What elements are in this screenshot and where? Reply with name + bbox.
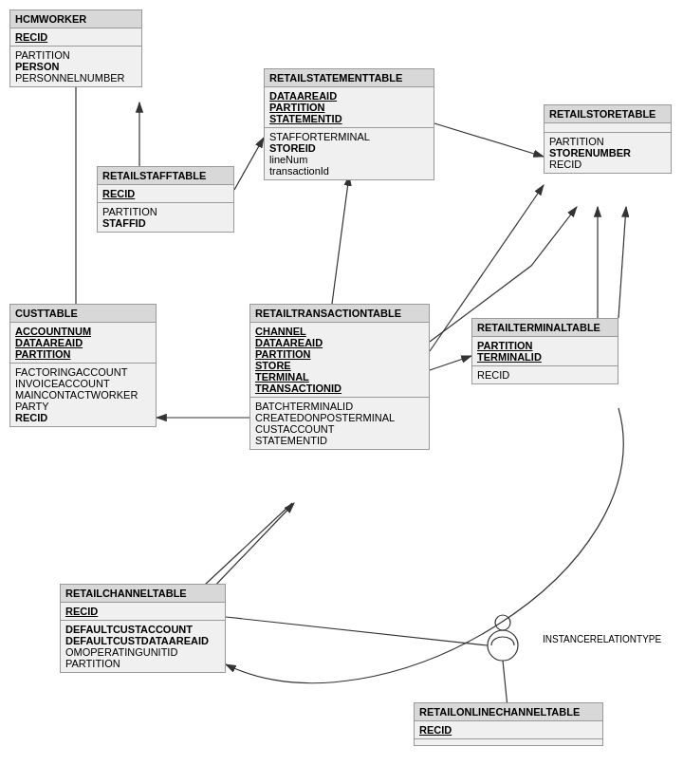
retailstatementtable-linenum: lineNum — [269, 154, 429, 165]
retailstafftable-title: RETAILSTAFFTABLE — [98, 167, 233, 185]
retailtransactiontable-fields: BATCHTERMINALID CREATEDONPOSTERMINAL CUS… — [250, 398, 429, 449]
hcmworker-partition: PARTITION — [15, 49, 137, 61]
retailstatementtable-transactionid: transactionId — [269, 165, 429, 177]
svg-line-4 — [434, 123, 544, 157]
retailtransactiontable-partition: PARTITION — [255, 348, 424, 360]
retailstafftable-partition: PARTITION — [102, 206, 229, 217]
retailterminaltable-fields: RECID — [472, 366, 618, 383]
hcmworker-title: HCMWORKER — [10, 10, 141, 28]
retailstoretable-storenumber: STORENUMBER — [549, 147, 666, 159]
svg-point-14 — [495, 615, 510, 630]
retailchanneltable-defaultcustdataareaid: DEFAULTCUSTDATAAREAID — [65, 635, 220, 646]
custtable-invoiceaccount: INVOICEACCOUNT — [15, 378, 151, 389]
retailtransactiontable-createdonposterminal: CREATEDONPOSTERMINAL — [255, 412, 424, 423]
entity-retailtransactiontable: RETAILTRANSACTIONTABLE CHANNEL DATAAREAI… — [249, 304, 430, 450]
entity-hcmworker: HCMWORKER RECID PARTITION PERSON PERSONN… — [9, 9, 142, 87]
entity-retailonlinechanneltable: RETAILONLINECHANNELTABLE RECID — [414, 702, 603, 746]
retailstatementtable-storeid: STOREID — [269, 142, 429, 154]
retailterminaltable-pk: PARTITION TERMINALID — [472, 337, 618, 366]
retailstoretable-partition: PARTITION — [549, 136, 666, 147]
retailstatementtable-statementid: STATEMENTID — [269, 113, 429, 124]
custtable-fields: FACTORINGACCOUNT INVOICEACCOUNT MAINCONT… — [10, 364, 156, 426]
retailonlinechanneltable-recid: RECID — [419, 724, 598, 736]
custtable-recid: RECID — [15, 412, 151, 423]
retailtransactiontable-title: RETAILTRANSACTIONTABLE — [250, 305, 429, 323]
retailchanneltable-title: RETAILCHANNELTABLE — [61, 585, 225, 603]
entity-retailstoretable: RETAILSTORETABLE PARTITION STORENUMBER R… — [544, 104, 672, 174]
retailtransactiontable-custaccount: CUSTACCOUNT — [255, 423, 424, 435]
retailstoretable-pk — [545, 123, 671, 133]
retailchanneltable-recid: RECID — [65, 606, 220, 617]
custtable-pk: ACCOUNTNUM DATAAREAID PARTITION — [10, 323, 156, 364]
retailtransactiontable-terminal: TERMINAL — [255, 371, 424, 383]
hcmworker-recid: RECID — [15, 31, 137, 43]
retailstafftable-staffid: STAFFID — [102, 217, 229, 229]
retailchanneltable-fields: DEFAULTCUSTACCOUNT DEFAULTCUSTDATAAREAID… — [61, 621, 225, 672]
retailtransactiontable-dataareaid: DATAAREAID — [255, 337, 424, 348]
custtable-title: CUSTTABLE — [10, 305, 156, 323]
retailstafftable-pk: RECID — [98, 185, 233, 203]
retailstoretable-recid: RECID — [549, 159, 666, 170]
svg-point-13 — [488, 630, 518, 661]
retailchanneltable-omoperatingunitid: OMOPERATINGUNITID — [65, 646, 220, 658]
retailstatementtable-partition: PARTITION — [269, 102, 429, 113]
entity-retailstafftable: RETAILSTAFFTABLE RECID PARTITION STAFFID — [97, 166, 234, 233]
retailtransactiontable-transactionid: TRANSACTIONID — [255, 383, 424, 394]
retailterminaltable-recid: RECID — [477, 369, 613, 381]
entity-retailchanneltable: RETAILCHANNELTABLE RECID DEFAULTCUSTACCO… — [60, 584, 226, 673]
retailonlinechanneltable-title: RETAILONLINECHANNELTABLE — [415, 703, 602, 721]
retailchanneltable-partition: PARTITION — [65, 658, 220, 669]
retailtransactiontable-store: STORE — [255, 360, 424, 371]
retailstafftable-recid: RECID — [102, 188, 229, 199]
retailtransactiontable-batchterminalid: BATCHTERMINALID — [255, 401, 424, 412]
entity-custtable: CUSTTABLE ACCOUNTNUM DATAAREAID PARTITIO… — [9, 304, 157, 427]
retailstafftable-fields: PARTITION STAFFID — [98, 203, 233, 232]
entity-retailterminaltable: RETAILTERMINALTABLE PARTITION TERMINALID… — [471, 318, 618, 384]
hcmworker-fields: PARTITION PERSON PERSONNELNUMBER — [10, 47, 141, 86]
custtable-party: PARTY — [15, 401, 151, 412]
hcmworker-person: PERSON — [15, 61, 137, 72]
retailstatementtable-fields: STAFFORTERMINAL STOREID lineNum transact… — [265, 128, 434, 179]
retailterminaltable-title: RETAILTERMINALTABLE — [472, 319, 618, 337]
svg-line-6 — [430, 356, 471, 370]
custtable-factoringaccount: FACTORINGACCOUNT — [15, 366, 151, 378]
retailchanneltable-defaultcustaccount: DEFAULTCUSTACCOUNT — [65, 624, 220, 635]
hcmworker-personnelnumber: PERSONNELNUMBER — [15, 72, 137, 84]
retailstatementtable-stafforterminal: STAFFORTERMINAL — [269, 131, 429, 142]
retailstoretable-title: RETAILSTORETABLE — [545, 105, 671, 123]
retailterminaltable-partition: PARTITION — [477, 340, 613, 351]
svg-line-3 — [234, 138, 264, 190]
custtable-partition: PARTITION — [15, 348, 151, 360]
svg-line-15 — [226, 617, 488, 645]
retailtransactiontable-statementid: STATEMENTID — [255, 435, 424, 446]
retailstatementtable-dataareaid: DATAAREAID — [269, 90, 429, 102]
retailterminaltable-terminalid: TERMINALID — [477, 351, 613, 363]
retailonlinechanneltable-fields — [415, 739, 602, 745]
instancerelationtype-label: INSTANCERELATIONTYPE — [543, 634, 661, 644]
custtable-dataareaid: DATAAREAID — [15, 337, 151, 348]
custtable-accountnum: ACCOUNTNUM — [15, 326, 151, 337]
diagram: HCMWORKER RECID PARTITION PERSON PERSONN… — [0, 0, 683, 784]
svg-line-12 — [618, 207, 626, 318]
hcmworker-pk: RECID — [10, 28, 141, 47]
retailtransactiontable-pk: CHANNEL DATAAREAID PARTITION STORE TERMI… — [250, 323, 429, 398]
entity-retailstatementtable: RETAILSTATEMENTTABLE DATAAREAID PARTITIO… — [264, 68, 434, 180]
custtable-maincontactworker: MAINCONTACTWORKER — [15, 389, 151, 401]
svg-line-8 — [332, 176, 349, 304]
retailstatementtable-title: RETAILSTATEMENTTABLE — [265, 69, 434, 87]
retailstoretable-fields: PARTITION STORENUMBER RECID — [545, 133, 671, 173]
retailchanneltable-pk: RECID — [61, 603, 225, 621]
retailtransactiontable-channel: CHANNEL — [255, 326, 424, 337]
retailstatementtable-pk: DATAAREAID PARTITION STATEMENTID — [265, 87, 434, 128]
retailonlinechanneltable-pk: RECID — [415, 721, 602, 739]
